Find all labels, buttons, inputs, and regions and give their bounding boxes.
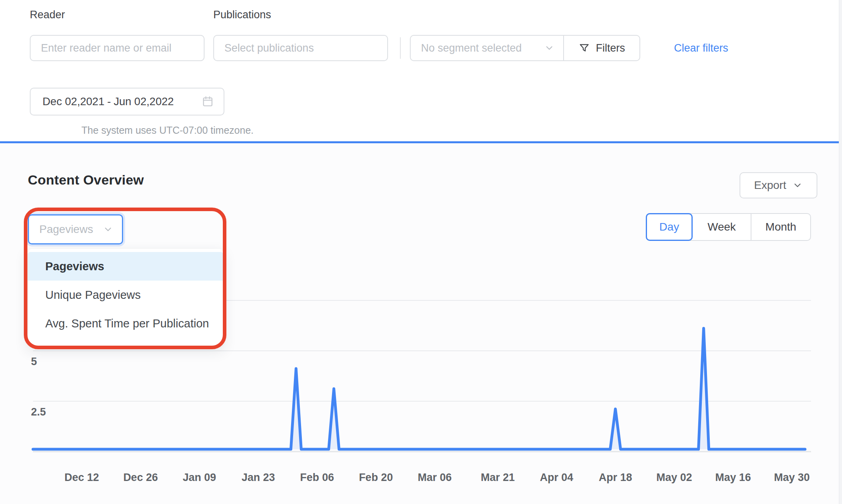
filters-button-label: Filters <box>596 42 625 54</box>
metric-dropdown-menu: Pageviews Unique Pageviews Avg. Spent Ti… <box>28 249 223 346</box>
export-button-label: Export <box>754 179 786 192</box>
date-range-end: Jun 02,2022 <box>114 95 174 108</box>
granularity-tabs: Day Week Month <box>646 213 811 241</box>
menu-item-avg-spent-time[interactable]: Avg. Spent Time per Publication <box>28 309 223 338</box>
publications-input[interactable]: Select publications <box>213 35 388 61</box>
funnel-icon <box>578 42 590 54</box>
segment-filter-group: No segment selected Filters <box>410 35 640 61</box>
timezone-note: The system uses UTC-07:00 timezone. <box>81 125 254 136</box>
analytics-dashboard: Reader Publications Enter reader name or… <box>0 0 842 504</box>
filters-button[interactable]: Filters <box>564 35 640 61</box>
date-range-value: Dec 02,2021- Jun 02,2022 <box>42 95 174 108</box>
export-button[interactable]: Export <box>740 172 817 198</box>
menu-item-unique-pageviews[interactable]: Unique Pageviews <box>28 281 223 309</box>
calendar-icon <box>201 95 214 108</box>
reader-input[interactable]: Enter reader name or email <box>30 35 205 61</box>
date-range-start: Dec 02,2021 <box>42 95 104 108</box>
chevron-down-icon <box>544 43 554 53</box>
metric-select-value: Pageviews <box>39 223 93 236</box>
reader-label: Reader <box>30 9 65 21</box>
clear-filters-link[interactable]: Clear filters <box>674 35 728 61</box>
tab-day[interactable]: Day <box>646 213 693 241</box>
metric-select-trigger[interactable]: Pageviews <box>28 214 123 244</box>
publications-input-placeholder: Select publications <box>224 42 314 54</box>
tab-week[interactable]: Week <box>693 214 751 240</box>
menu-item-pageviews[interactable]: Pageviews <box>28 252 223 281</box>
scrollbar-gutter <box>839 0 842 504</box>
segment-select[interactable]: No segment selected <box>410 35 564 61</box>
date-range-separator: - <box>107 95 111 108</box>
date-range-picker[interactable]: Dec 02,2021- Jun 02,2022 <box>30 88 224 115</box>
tab-month[interactable]: Month <box>751 214 810 240</box>
chevron-down-icon <box>792 180 803 190</box>
publications-label: Publications <box>213 9 271 21</box>
chevron-down-icon <box>103 224 113 235</box>
reader-input-placeholder: Enter reader name or email <box>41 42 172 54</box>
page-title: Content Overview <box>28 172 144 188</box>
filter-divider <box>400 37 401 59</box>
segment-select-value: No segment selected <box>421 42 522 54</box>
